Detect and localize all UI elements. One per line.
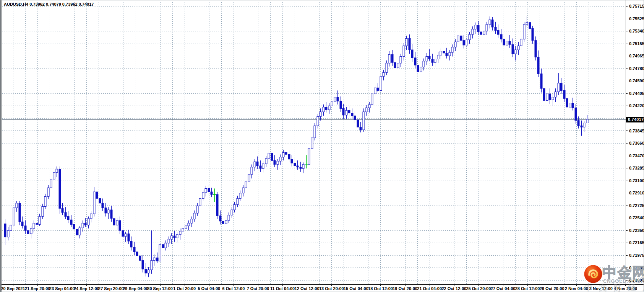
svg-text:18 Oct 12:00: 18 Oct 12:00	[368, 286, 393, 291]
svg-text:0.74590: 0.74590	[629, 78, 644, 83]
svg-text:0.75715: 0.75715	[629, 4, 644, 8]
svg-text:2 Nov 04:00: 2 Nov 04:00	[565, 286, 588, 291]
svg-text:0.72540: 0.72540	[629, 215, 644, 220]
svg-text:13 Oct 20:00: 13 Oct 20:00	[319, 286, 344, 291]
svg-text:29 Oct 20:00: 29 Oct 20:00	[540, 286, 565, 291]
svg-text:4 Nov 20:00: 4 Nov 20:00	[614, 286, 637, 291]
svg-text:0.73470: 0.73470	[629, 153, 644, 158]
svg-text:0.73285: 0.73285	[629, 166, 644, 170]
svg-text:0.72165: 0.72165	[629, 240, 644, 245]
svg-text:3 Nov 12:00: 3 Nov 12:00	[589, 286, 613, 291]
svg-text:29 Sep 04:00: 29 Sep 04:00	[123, 286, 148, 291]
svg-text:1 Oct 20:00: 1 Oct 20:00	[173, 286, 196, 291]
svg-text:0.75340: 0.75340	[629, 29, 644, 33]
svg-text:0.72350: 0.72350	[629, 228, 644, 233]
svg-text:5 Oct 04:00: 5 Oct 04:00	[198, 286, 220, 291]
svg-text:0.71975: 0.71975	[629, 253, 644, 258]
svg-text:15 Oct 04:00: 15 Oct 04:00	[344, 286, 368, 291]
svg-text:0.75525: 0.75525	[629, 16, 644, 21]
svg-text:28 Oct 12:00: 28 Oct 12:00	[515, 286, 540, 291]
svg-text:0.73845: 0.73845	[629, 129, 644, 133]
current-price-tag: 0.74017	[626, 117, 644, 122]
svg-text:7 Oct 20:00: 7 Oct 20:00	[247, 286, 269, 291]
svg-text:0.71790: 0.71790	[629, 266, 644, 270]
svg-text:21 Sep 20:00: 21 Sep 20:00	[25, 286, 50, 291]
svg-text:0.74220: 0.74220	[629, 103, 644, 108]
svg-text:0.74780: 0.74780	[629, 66, 644, 71]
svg-text:21 Oct 04:00: 21 Oct 04:00	[417, 286, 442, 291]
svg-text:0.75155: 0.75155	[629, 41, 644, 46]
chart-title-ohlc: AUDUSD,H4 0.73962 0.74079 0.73962 0.7401…	[4, 2, 94, 7]
svg-text:23 Sep 04:00: 23 Sep 04:00	[49, 286, 75, 291]
svg-text:0.72725: 0.72725	[629, 203, 644, 208]
svg-text:27 Sep 20:00: 27 Sep 20:00	[98, 286, 124, 291]
svg-text:0.72910: 0.72910	[629, 191, 644, 195]
svg-text:20 Sep 2021: 20 Sep 2021	[1, 286, 25, 291]
chart-background	[0, 0, 644, 292]
mt4-chart-window: 0.757150.755250.753400.751550.749650.747…	[0, 0, 644, 292]
svg-text:0.74965: 0.74965	[629, 54, 644, 58]
svg-text:22 Oct 12:00: 22 Oct 12:00	[441, 286, 466, 291]
svg-text:11 Oct 04:00: 11 Oct 04:00	[270, 286, 295, 291]
price-chart[interactable]: 0.757150.755250.753400.751550.749650.747…	[0, 0, 644, 292]
svg-text:0.71605: 0.71605	[629, 278, 644, 282]
svg-text:12 Oct 12:00: 12 Oct 12:00	[295, 286, 320, 291]
svg-text:0.74405: 0.74405	[629, 91, 644, 96]
svg-text:0.73660: 0.73660	[629, 141, 644, 145]
svg-text:27 Oct 04:00: 27 Oct 04:00	[491, 286, 516, 291]
svg-text:19 Oct 20:00: 19 Oct 20:00	[393, 286, 417, 291]
svg-text:0.73100: 0.73100	[629, 178, 644, 183]
svg-text:24 Sep 12:00: 24 Sep 12:00	[74, 286, 99, 291]
svg-text:6 Oct 12:00: 6 Oct 12:00	[222, 286, 245, 291]
svg-text:25 Oct 20:00: 25 Oct 20:00	[466, 286, 491, 291]
svg-text:30 Sep 12:00: 30 Sep 12:00	[147, 286, 173, 291]
